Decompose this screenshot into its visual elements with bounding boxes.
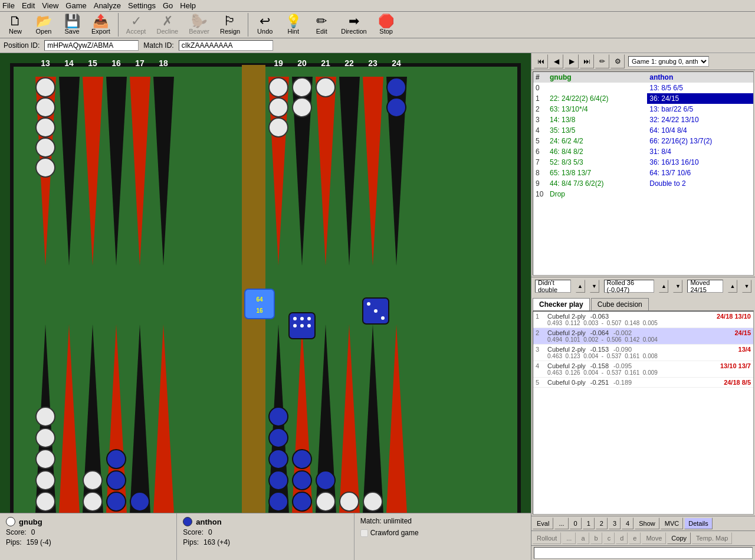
match-id-input[interactable]: [179, 40, 273, 51]
temp-map-button[interactable]: Temp. Map: [692, 532, 732, 544]
ply-1-button[interactable]: 1: [583, 518, 595, 529]
accept-button[interactable]: ✓ Accept: [122, 13, 150, 37]
game-select[interactable]: Game 1: gnubg 0, anth: [628, 56, 709, 67]
new-button[interactable]: 🗋 New: [2, 13, 28, 37]
direction-button[interactable]: ➡ Direction: [337, 13, 370, 37]
moved-dropdown[interactable]: Moved 24/15: [687, 280, 723, 293]
export-icon: 📤: [93, 15, 109, 28]
svg-point-78: [293, 450, 311, 469]
analysis-row-1[interactable]: 1 Cubeful 2-ply -0.063 24/18 13/10 0.493…: [533, 312, 753, 328]
edit-icon: ✏: [316, 15, 327, 28]
show-button[interactable]: Show: [635, 518, 659, 529]
eval-button[interactable]: Eval: [533, 518, 553, 529]
analysis-row-5[interactable]: 5 Cubeful 0-ply -0.251 -0.189 24/18 8/5: [533, 378, 753, 388]
menu-help[interactable]: Help: [180, 1, 196, 10]
nav-next-button[interactable]: ▶: [564, 54, 579, 68]
bottom-input-area: [531, 545, 755, 560]
table-row[interactable]: 122: 24/22(2) 6/4(2)36: 24/15: [533, 93, 753, 104]
menu-file[interactable]: File: [2, 1, 15, 10]
resign-button[interactable]: 🏳 Resign: [216, 13, 244, 37]
nav-prev-button[interactable]: ◀: [549, 54, 563, 68]
rolled-up[interactable]: ▲: [659, 280, 668, 293]
ply-0-button[interactable]: 0: [570, 518, 582, 529]
rolled-down[interactable]: ▼: [673, 280, 682, 293]
svg-text:24: 24: [392, 58, 401, 68]
didnt-double-dropdown[interactable]: Didn't double: [535, 280, 571, 293]
analysis-row-4[interactable]: 4 Cubeful 2-ply -0.158 -0.095 13/10 13/7…: [533, 361, 753, 378]
table-row[interactable]: 646: 8/4 8/231: 8/4: [533, 146, 753, 157]
ply-4-button[interactable]: 4: [622, 518, 633, 529]
ply-3-button[interactable]: 3: [609, 518, 621, 529]
analysis-row-2[interactable]: 2 Cubeful 2-ply -0.064 -0.002 24/15 0.49…: [533, 328, 753, 345]
analysis-tabs: Checker play Cube decision: [533, 298, 754, 311]
undo-button[interactable]: ↩ Undo: [252, 13, 278, 37]
table-row[interactable]: 263: 13/10*/413: bar/22 6/5: [533, 104, 753, 114]
eval-dots-button[interactable]: ...: [554, 518, 568, 529]
hint-button[interactable]: 💡 Hint: [280, 13, 306, 37]
nav-edit-button[interactable]: ✏: [595, 54, 609, 68]
mvc-button[interactable]: MVC: [661, 518, 683, 529]
svg-point-56: [36, 98, 55, 117]
crawford-checkbox[interactable]: [360, 529, 368, 537]
export-button[interactable]: 📤 Export: [87, 13, 114, 37]
analysis-row-3[interactable]: 3 Cubeful 2-ply -0.153 -0.090 13/4 0.463…: [533, 345, 753, 361]
menu-go[interactable]: Go: [163, 1, 173, 10]
decline-button[interactable]: ✗ Decline: [152, 13, 182, 37]
menu-settings[interactable]: Settings: [128, 1, 156, 10]
anthon-pips: Pips: 163 (+4): [183, 538, 347, 546]
tab-cube-decision[interactable]: Cube decision: [591, 298, 649, 310]
table-row[interactable]: 865: 13/8 13/764: 13/7 10/6: [533, 168, 753, 178]
svg-text:16: 16: [111, 58, 121, 68]
nav-last-button[interactable]: ⏭: [580, 54, 594, 68]
moved-up[interactable]: ▲: [728, 280, 737, 293]
nav-settings-button[interactable]: ⚙: [610, 54, 625, 68]
status-row: Didn't double ▲ ▼ Rolled 36 (-0.047) ▲ ▼…: [535, 280, 751, 293]
edit-button[interactable]: ✏ Edit: [308, 13, 334, 37]
svg-point-101: [374, 309, 378, 313]
bottom-input[interactable]: [534, 547, 753, 559]
rollout-button[interactable]: Rollout: [533, 532, 561, 544]
menu-game[interactable]: Game: [65, 1, 86, 10]
svg-point-66: [36, 492, 55, 511]
table-row[interactable]: 013: 8/5 6/5: [533, 83, 753, 93]
table-row[interactable]: 10Drop: [533, 189, 753, 199]
tab-checker-play[interactable]: Checker play: [533, 298, 590, 310]
rollout-a-button[interactable]: a: [577, 532, 589, 544]
rollout-d-button[interactable]: d: [616, 532, 628, 544]
table-row[interactable]: 944: 8/4 7/3 6/2(2)Double to 2: [533, 178, 753, 189]
rollout-dots-button[interactable]: ...: [562, 532, 576, 544]
didnt-double-down[interactable]: ▼: [590, 280, 599, 293]
board-wrapper: 13 14 15 16 17 18 19 20 21 22 23 24 12 1…: [0, 53, 531, 513]
details-button[interactable]: Details: [684, 518, 713, 529]
rollout-b-button[interactable]: b: [590, 532, 602, 544]
move-button[interactable]: Move: [642, 532, 666, 544]
position-id-input[interactable]: [44, 40, 139, 51]
rollout-c-button[interactable]: c: [603, 532, 615, 544]
nav-first-button[interactable]: ⏮: [534, 54, 548, 68]
svg-point-54: [387, 98, 406, 117]
save-button[interactable]: 💾 Save: [59, 13, 85, 37]
bottom-buttons-row2: Rollout ... a b c d e Move Copy Temp. Ma…: [531, 530, 755, 545]
table-row[interactable]: 435: 13/564: 10/4 8/4: [533, 125, 753, 136]
table-row[interactable]: 314: 13/832: 24/22 13/10: [533, 114, 753, 125]
copy-button[interactable]: Copy: [667, 532, 691, 544]
menu-view[interactable]: View: [42, 1, 58, 10]
menu-edit[interactable]: Edit: [22, 1, 35, 10]
open-button[interactable]: 📂 Open: [31, 13, 57, 37]
board-svg[interactable]: 13 14 15 16 17 18 19 20 21 22 23 24 12 1…: [0, 53, 531, 513]
rolled-dropdown[interactable]: Rolled 36 (-0.047): [604, 280, 655, 293]
table-row[interactable]: 752: 8/3 5/336: 16/13 16/10: [533, 157, 753, 168]
moved-down[interactable]: ▼: [742, 280, 751, 293]
svg-text:13: 13: [41, 58, 50, 68]
svg-text:17: 17: [135, 58, 145, 68]
didnt-double-up[interactable]: ▲: [576, 280, 585, 293]
id-bar: Position ID: Match ID:: [0, 38, 755, 53]
menu-analyze[interactable]: Analyze: [94, 1, 121, 10]
beaver-button[interactable]: 🦫 Beaver: [185, 13, 214, 37]
svg-point-80: [363, 492, 382, 511]
move-list[interactable]: # gnubg anthon 013: 8/5 6/5122: 24/22(2)…: [533, 71, 754, 276]
ply-2-button[interactable]: 2: [596, 518, 608, 529]
table-row[interactable]: 524: 6/2 4/266: 22/16(2) 13/7(2): [533, 136, 753, 146]
stop-button[interactable]: 🛑 Stop: [373, 13, 399, 37]
rollout-e-button[interactable]: e: [629, 532, 641, 544]
